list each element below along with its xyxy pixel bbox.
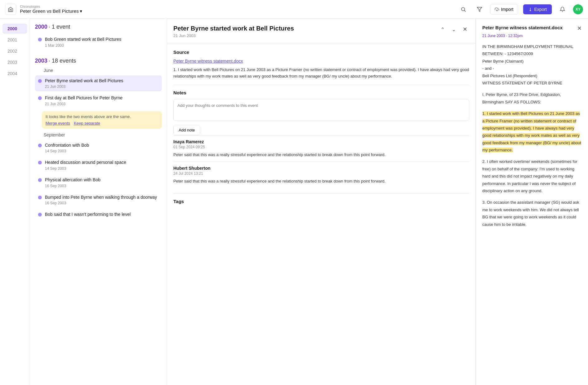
event-title: Bumped into Pete Byrne when walking thro… xyxy=(45,194,159,201)
year-group-2003: 2003 · 18 events June Peter Byrne starte… xyxy=(35,58,162,221)
topbar-icons: Import Export XY xyxy=(458,4,583,15)
svg-line-1 xyxy=(464,10,465,12)
notification-button[interactable] xyxy=(557,4,568,15)
sidebar-item-2002[interactable]: 2002 xyxy=(2,46,27,56)
list-item[interactable]: Bumped into Pete Byrne when walking thro… xyxy=(35,192,162,208)
event-content: Peter Byrne started work at Bell Picture… xyxy=(45,78,159,89)
merge-events-link[interactable]: Merge events xyxy=(46,121,70,126)
event-title: Bob said that I wasn't performing to the… xyxy=(45,212,159,218)
export-button[interactable]: Export xyxy=(523,4,552,14)
document-panel: Peter Byrne witness statement.docx ✕ 21 … xyxy=(476,19,588,385)
nav-up-button[interactable]: ⌃ xyxy=(438,25,447,34)
month-september: September xyxy=(44,132,162,137)
event-date: 21 Jun 2003 xyxy=(45,102,159,106)
event-content: Confrontation with Bob 14 Sep 2003 xyxy=(45,142,159,154)
avatar[interactable]: XY xyxy=(573,4,583,14)
sidebar-item-2003[interactable]: 2003 xyxy=(2,57,27,67)
event-dot xyxy=(38,196,42,199)
list-item[interactable]: First day at Bell Pictures for Peter Byr… xyxy=(35,93,162,109)
detail-title: Peter Byrne started work at Bell Picture… xyxy=(173,25,294,32)
add-note-button[interactable]: Add note xyxy=(173,125,200,135)
avatar-initials: XY xyxy=(576,7,581,12)
event-dot xyxy=(38,96,42,100)
source-link[interactable]: Peter Byrne witness statement.docx xyxy=(173,59,469,64)
event-dot xyxy=(38,38,42,41)
chevron-down-icon: ▾ xyxy=(80,8,82,14)
home-button[interactable] xyxy=(5,4,16,15)
doc-paragraph: 2. I often worked overtime/ weekends (so… xyxy=(482,158,582,194)
event-dot xyxy=(38,79,42,83)
event-date: 21 Jun 2003 xyxy=(45,84,159,89)
notes-section-title: Notes xyxy=(173,90,469,95)
list-item[interactable]: Physical altercation with Bob 16 Sep 200… xyxy=(35,174,162,191)
breadcrumb: Chronologies Peter Green vs Bell Picture… xyxy=(20,5,454,14)
detail-nav: ⌃ ⌄ ✕ xyxy=(438,25,469,34)
sidebar-item-2000[interactable]: 2000 xyxy=(2,24,27,34)
keep-separate-link[interactable]: Keep separate xyxy=(74,121,100,126)
import-button[interactable]: Import xyxy=(490,4,518,15)
sidebar-item-2001[interactable]: 2001 xyxy=(2,35,27,45)
note-author: Hubert Shuberton xyxy=(173,166,469,171)
notes-textarea[interactable] xyxy=(173,99,469,121)
event-date: 16 Sep 2003 xyxy=(45,184,159,188)
event-dot xyxy=(38,161,42,164)
event-title: First day at Bell Pictures for Peter Byr… xyxy=(45,95,159,101)
year-2000-label: 2000 xyxy=(35,24,47,30)
list-item[interactable]: Bob said that I wasn't performing to the… xyxy=(35,209,162,221)
doc-paragraph: 3. On occasion the assistant manager (SG… xyxy=(482,199,582,228)
import-label: Import xyxy=(501,7,513,12)
month-june: June xyxy=(44,68,162,73)
source-section-title: Source xyxy=(173,50,469,55)
doc-header: Peter Byrne witness statement.docx ✕ xyxy=(482,25,582,32)
year-2003-label: 2003 xyxy=(35,58,47,64)
doc-paragraph: IN THE BIRMINGHAM EMPLOYMENT TRIBUNAL BE… xyxy=(482,43,582,87)
detail-panel: Peter Byrne started work at Bell Picture… xyxy=(167,19,476,385)
timeline-panel: 2000 · 1 event Bob Green started work at… xyxy=(30,19,167,385)
event-date: 16 Sep 2003 xyxy=(45,201,159,205)
detail-close-button[interactable]: ✕ xyxy=(460,25,469,34)
note-text: Peter said that this was a really stress… xyxy=(173,152,469,158)
tags-section-title: Tags xyxy=(173,199,469,204)
doc-close-button[interactable]: ✕ xyxy=(577,25,582,32)
nav-down-button[interactable]: ⌄ xyxy=(449,25,458,34)
year-sidebar: 2000 2001 2002 2003 2004 xyxy=(0,19,30,385)
merge-banner-text: It looks like the two events above are t… xyxy=(46,114,131,119)
note-item: Inaya Ramerez 01 Sep 2024 09:25 Peter sa… xyxy=(173,135,469,162)
event-content: Physical altercation with Bob 16 Sep 200… xyxy=(45,177,159,188)
year-2003-count: · 18 events xyxy=(49,58,76,64)
list-item[interactable]: Bob Green started work at Bell Pictures … xyxy=(35,34,162,50)
doc-meta: 21 June 2003 · 12:32pm xyxy=(482,34,582,38)
topbar: Chronologies Peter Green vs Bell Picture… xyxy=(0,0,588,19)
note-text: Peter said that this was a really stress… xyxy=(173,178,469,185)
event-content: Heated discussion around personal space … xyxy=(45,159,159,171)
note-author: Inaya Ramerez xyxy=(173,139,469,144)
search-button[interactable] xyxy=(458,4,469,15)
source-text: 1. I started work with Bell Pictures on … xyxy=(173,67,469,80)
note-timestamp: 24 Jul 2024 13:21 xyxy=(173,171,469,176)
year-group-2000: 2000 · 1 event Bob Green started work at… xyxy=(35,24,162,50)
event-content: Bumped into Pete Byrne when walking thro… xyxy=(45,194,159,206)
detail-body: Source Peter Byrne witness statement.doc… xyxy=(167,43,475,385)
event-title: Confrontation with Bob xyxy=(45,142,159,149)
detail-date: 21 Jun 2003 xyxy=(173,33,294,38)
main-layout: 2000 2001 2002 2003 2004 2000 · 1 event … xyxy=(0,19,588,385)
sidebar-item-2004[interactable]: 2004 xyxy=(2,69,27,78)
filter-button[interactable] xyxy=(474,4,485,15)
highlight-text: 1. I started work with Bell Pictures on … xyxy=(482,111,581,152)
breadcrumb-main[interactable]: Peter Green vs Bell Pictures ▾ xyxy=(20,8,454,14)
doc-paragraph-highlighted: 1. I started work with Bell Pictures on … xyxy=(482,110,582,154)
breadcrumb-parent: Chronologies xyxy=(20,5,454,8)
event-dot xyxy=(38,144,42,147)
event-content: First day at Bell Pictures for Peter Byr… xyxy=(45,95,159,106)
event-title: Bob Green started work at Bell Pictures xyxy=(45,36,159,43)
list-item[interactable]: Peter Byrne started work at Bell Picture… xyxy=(35,75,162,92)
merge-banner: It looks like the two events above are t… xyxy=(42,111,162,129)
breadcrumb-current: Peter Green vs Bell Pictures xyxy=(20,8,79,14)
event-title: Physical altercation with Bob xyxy=(45,177,159,183)
list-item[interactable]: Confrontation with Bob 14 Sep 2003 xyxy=(35,140,162,156)
event-title: Heated discussion around personal space xyxy=(45,159,159,166)
list-item[interactable]: Heated discussion around personal space … xyxy=(35,157,162,173)
note-timestamp: 01 Sep 2024 09:25 xyxy=(173,145,469,149)
event-content: Bob said that I wasn't performing to the… xyxy=(45,212,159,218)
event-content: Bob Green started work at Bell Pictures … xyxy=(45,36,159,48)
